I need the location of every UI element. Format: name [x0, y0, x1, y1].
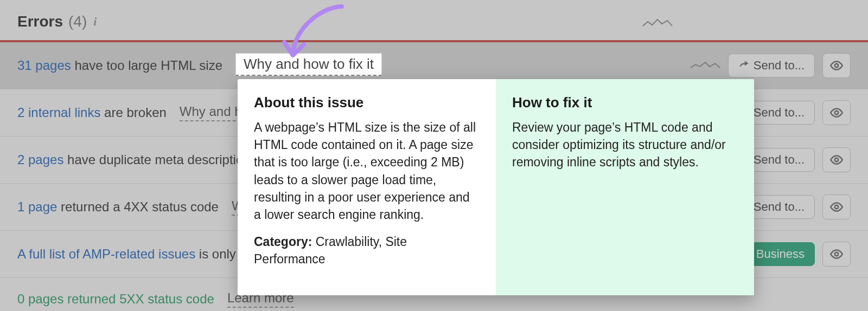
- sparkline-icon: [642, 16, 673, 29]
- about-body: A webpage’s HTML size is the size of all…: [254, 119, 480, 223]
- category-label: Category:: [254, 235, 312, 249]
- fix-title: How to fix it: [512, 94, 738, 111]
- row-actions: Send to...: [690, 53, 851, 78]
- eye-icon: [829, 247, 844, 261]
- about-title: About this issue: [254, 94, 480, 111]
- svg-point-4: [835, 252, 839, 256]
- issue-link[interactable]: A full list of AMP-related issues: [17, 247, 195, 261]
- about-column: About this issue A webpage’s HTML size i…: [238, 79, 496, 295]
- issue-text: 0 pages returned 5XX status code: [17, 291, 214, 307]
- issue-link[interactable]: 0 pages returned 5XX status code: [17, 291, 214, 306]
- view-button[interactable]: [822, 242, 851, 267]
- fix-column: How to fix it Review your page’s HTML co…: [496, 79, 754, 295]
- issue-link[interactable]: 2 pages: [17, 152, 63, 167]
- eye-icon: [829, 59, 844, 73]
- eye-icon: [829, 153, 844, 167]
- row-actions: Business: [746, 242, 851, 267]
- issue-link[interactable]: 1 page: [17, 199, 57, 214]
- issue-rest: returned a 4XX status code: [57, 199, 219, 214]
- business-label: Business: [756, 247, 805, 261]
- send-to-label: Send to...: [754, 59, 805, 73]
- issue-help-popover: About this issue A webpage’s HTML size i…: [238, 79, 754, 295]
- eye-icon: [829, 200, 844, 214]
- view-button[interactable]: [822, 100, 851, 125]
- fix-body: Review your page’s HTML code and conside…: [512, 119, 738, 171]
- share-arrow-icon: [738, 60, 749, 71]
- errors-title: Errors: [17, 13, 63, 30]
- issue-rest: are broken: [100, 105, 166, 120]
- svg-point-3: [835, 205, 839, 209]
- svg-point-2: [835, 158, 839, 162]
- view-button[interactable]: [822, 147, 851, 172]
- issue-rest: have duplicate meta descriptions: [63, 152, 257, 167]
- info-icon[interactable]: i: [93, 15, 97, 29]
- svg-point-0: [835, 64, 839, 68]
- send-to-label: Send to...: [754, 200, 805, 214]
- issue-rest: have too large HTML size: [71, 58, 222, 73]
- svg-point-1: [835, 111, 839, 115]
- sparkline-icon: [690, 59, 720, 72]
- send-to-label: Send to...: [754, 106, 805, 120]
- eye-icon: [829, 106, 844, 120]
- why-how-link[interactable]: Why and how to fix it: [235, 53, 382, 76]
- issue-text: 31 pages have too large HTML size: [17, 58, 222, 73]
- business-badge-button[interactable]: Business: [746, 242, 815, 266]
- category-line: Category: Crawlability, Site Performance: [254, 233, 480, 268]
- errors-section-header: Errors (4) i: [0, 0, 868, 40]
- issue-text: 2 internal links are broken: [17, 105, 167, 120]
- view-button[interactable]: [822, 195, 851, 219]
- view-button[interactable]: [822, 53, 851, 78]
- errors-count: (4): [68, 13, 87, 30]
- issue-link[interactable]: 31 pages: [17, 58, 71, 73]
- issue-text: 1 page returned a 4XX status code: [17, 199, 219, 215]
- issue-link[interactable]: 2 internal links: [17, 105, 100, 120]
- send-to-button[interactable]: Send to...: [728, 54, 815, 77]
- issue-text: 2 pages have duplicate meta descriptions: [17, 152, 257, 167]
- send-to-label: Send to...: [754, 153, 805, 167]
